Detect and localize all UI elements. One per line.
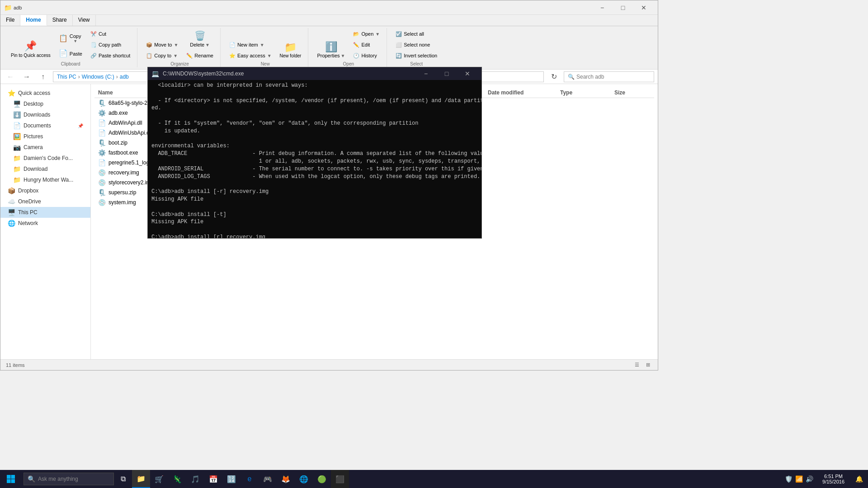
sidebar-item-dropbox[interactable]: 📦 Dropbox	[0, 185, 90, 196]
cmd-taskbar[interactable]: ⬛	[331, 470, 349, 488]
invert-selection-button[interactable]: 🔄 Invert selection	[392, 51, 440, 61]
select-none-button[interactable]: ⬜ Select none	[392, 40, 440, 50]
download-folder-icon: 📁	[13, 165, 21, 173]
clipboard-label: Clipboard	[61, 61, 80, 67]
close-button[interactable]: ✕	[633, 0, 654, 15]
copy-path-button[interactable]: 🗒️ Copy path	[87, 40, 133, 50]
details-view-icon[interactable]: ☰	[632, 361, 642, 370]
cortana-taskbar[interactable]: 🟢	[313, 470, 331, 488]
task-view-button[interactable]: ⧉	[114, 470, 132, 488]
windows-logo-icon	[6, 474, 15, 483]
sidebar-item-network[interactable]: 🌐 Network	[0, 218, 90, 229]
col-date-header[interactable]: Date modified	[488, 89, 560, 96]
sidebar-item-this-pc[interactable]: 🖥️ This PC	[0, 207, 90, 218]
clipboard-col: 📋 Copy ▼ 📄 Paste	[56, 31, 85, 61]
organize-col: 📦 Move to ▼ 📋 Copy to ▼	[143, 40, 181, 61]
camtasia-taskbar[interactable]: 🦎	[168, 470, 186, 488]
rename-button[interactable]: ✏️ Rename	[183, 51, 217, 61]
open-button[interactable]: 📂 Open ▼	[350, 29, 383, 39]
search-box[interactable]: 🔍	[564, 71, 654, 82]
new-folder-button[interactable]: 📁 New folder	[277, 39, 305, 61]
edge-taskbar[interactable]: e	[241, 470, 259, 488]
paste-shortcut-icon: 🔗	[90, 53, 97, 59]
cmd-close-button[interactable]: ✕	[457, 67, 478, 80]
damiens-folder-icon: 📁	[13, 155, 21, 162]
ribbon-content: 📌 Pin to Quick access 📋 Copy ▼ 📄	[0, 26, 658, 69]
pin-to-quick-access-button[interactable]: 📌 Pin to Quick access	[8, 38, 54, 61]
calendar-taskbar[interactable]: 📅	[204, 470, 222, 488]
properties-dropdown: ▼	[341, 53, 345, 58]
tab-share[interactable]: Share	[47, 15, 73, 26]
select-all-icon: ☑️	[396, 31, 402, 37]
search-input[interactable]	[576, 74, 644, 80]
sidebar-item-pictures[interactable]: 🖼️ Pictures	[0, 131, 90, 142]
path-windows-c[interactable]: Windows (C:)	[82, 74, 114, 80]
col-size-header[interactable]: Size	[614, 89, 651, 96]
search-icon: 🔍	[568, 74, 575, 80]
tiles-view-icon[interactable]: ⊞	[643, 361, 652, 370]
file-explorer-taskbar[interactable]: 📁	[132, 470, 150, 488]
network-tray-icon[interactable]: 📶	[795, 475, 803, 483]
maximize-button[interactable]: □	[613, 0, 633, 15]
cut-button[interactable]: ✂️ Cut	[87, 29, 133, 39]
title-bar-text: adb	[14, 5, 22, 10]
volume-tray-icon[interactable]: 🔊	[806, 475, 813, 483]
store-taskbar[interactable]: 🛒	[150, 470, 168, 488]
move-to-button[interactable]: 📦 Move to ▼	[143, 40, 181, 50]
file-icon: 💿	[98, 179, 106, 186]
sidebar-item-hungry-mother[interactable]: 📁 Hungry Mother Wa...	[0, 174, 90, 185]
sidebar-item-downloads[interactable]: ⬇️ Downloads	[0, 109, 90, 120]
start-button[interactable]	[0, 470, 22, 488]
tab-file[interactable]: File	[0, 15, 20, 26]
sidebar-item-damiens-code-folder[interactable]: 📁 Damien's Code Fo...	[0, 153, 90, 164]
tab-view[interactable]: View	[73, 15, 96, 26]
sidebar-item-onedrive[interactable]: ☁️ OneDrive	[0, 196, 90, 207]
easy-access-button[interactable]: ⭐ Easy access ▼	[226, 51, 275, 61]
col-type-header[interactable]: Type	[560, 89, 614, 96]
clipboard-group: 📌 Pin to Quick access 📋 Copy ▼ 📄	[4, 28, 137, 67]
svg-rect-1	[11, 475, 15, 479]
copy-to-icon: 📋	[146, 53, 152, 59]
history-button[interactable]: 🕐 History	[350, 51, 383, 61]
firefox-taskbar[interactable]: 🦊	[277, 470, 295, 488]
cmd-body[interactable]: <localdir> can be interpreted in several…	[148, 80, 481, 238]
copy-button[interactable]: 📋 Copy ▼	[56, 31, 85, 46]
spotify-taskbar[interactable]: 🎵	[186, 470, 204, 488]
copy-icon: 📋	[59, 34, 68, 42]
taskbar-search-text: Ask me anything	[38, 476, 78, 482]
path-this-pc[interactable]: This PC	[57, 74, 76, 80]
sidebar-item-download[interactable]: 📁 Download	[0, 164, 90, 174]
cmd-minimize-button[interactable]: −	[415, 67, 436, 80]
delete-button[interactable]: 🗑️ Delete ▼	[183, 28, 217, 50]
sidebar-item-quick-access[interactable]: ⭐ Quick access	[0, 88, 90, 99]
tab-home[interactable]: Home	[20, 15, 47, 26]
notification-button[interactable]: 🔔	[850, 470, 868, 488]
file-icon: ⚙️	[98, 109, 106, 117]
back-button[interactable]: ←	[4, 70, 17, 83]
new-item-dropdown: ▼	[260, 42, 264, 47]
new-item-button[interactable]: 📄 New item ▼	[226, 40, 275, 50]
sidebar-item-desktop[interactable]: 🖥️ Desktop	[0, 99, 90, 109]
path-adb[interactable]: adb	[120, 74, 129, 80]
edit-button[interactable]: ✏️ Edit	[350, 40, 383, 50]
calculator-taskbar[interactable]: 🔢	[222, 470, 241, 488]
cmd-maximize-button[interactable]: □	[436, 67, 457, 80]
paste-button[interactable]: 📄 Paste	[56, 47, 85, 61]
sidebar-item-documents[interactable]: 📄 Documents 📌	[0, 120, 90, 131]
copy-to-button[interactable]: 📋 Copy to ▼	[143, 51, 181, 61]
chrome-taskbar[interactable]: 🌐	[295, 470, 313, 488]
taskbar-clock[interactable]: 6:51 PM 9/15/2016	[817, 474, 850, 484]
file-icon: 📄	[98, 129, 106, 136]
xbox-taskbar[interactable]: 🎮	[259, 470, 277, 488]
minimize-button[interactable]: −	[592, 0, 613, 15]
select-all-button[interactable]: ☑️ Select all	[392, 29, 440, 39]
properties-button[interactable]: ℹ️ Properties ▼	[314, 39, 348, 61]
forward-button[interactable]: →	[20, 70, 33, 83]
sidebar-item-label: Damien's Code Fo...	[24, 155, 73, 161]
refresh-button[interactable]: ↻	[547, 70, 560, 83]
up-button[interactable]: ↑	[37, 70, 49, 83]
paste-shortcut-button[interactable]: 🔗 Paste shortcut	[87, 51, 133, 61]
sidebar-item-camera[interactable]: 📷 Camera	[0, 142, 90, 153]
taskbar-search[interactable]: 🔍 Ask me anything	[24, 473, 114, 485]
open-icon: 📂	[353, 31, 359, 37]
